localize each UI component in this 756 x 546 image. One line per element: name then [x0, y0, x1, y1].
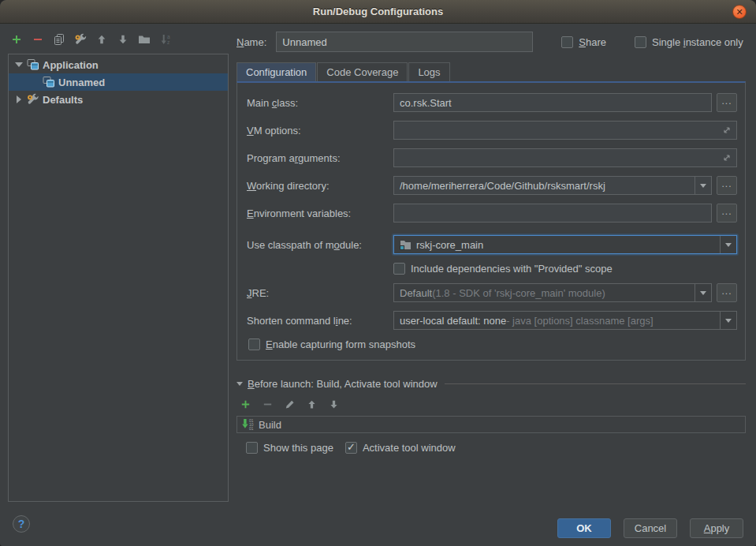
checkbox-icon: [246, 442, 258, 454]
show-this-page-checkbox[interactable]: Show this page: [246, 442, 333, 454]
working-directory-input[interactable]: [400, 180, 689, 192]
before-launch-title: Before launch:: [248, 378, 314, 390]
expand-field-icon[interactable]: [721, 125, 732, 136]
share-checkbox[interactable]: Share: [561, 36, 606, 48]
move-task-up-button[interactable]: [304, 397, 318, 411]
activate-tool-window-checkbox[interactable]: Activate tool window: [345, 442, 456, 454]
copy-configuration-button[interactable]: [52, 32, 66, 47]
use-classpath-label: Use classpath of module:: [247, 239, 393, 251]
vm-options-field[interactable]: [393, 121, 737, 140]
task-label: Build: [259, 419, 281, 431]
chevron-down-icon: [700, 184, 706, 188]
application-icon: [26, 58, 40, 71]
minus-icon: [32, 33, 44, 46]
main-class-input[interactable]: [400, 97, 706, 109]
tab-code-coverage[interactable]: Code Coverage: [317, 62, 408, 81]
chevron-down-icon[interactable]: [13, 62, 24, 67]
tree-item-unnamed[interactable]: Unnamed: [9, 73, 228, 91]
include-dependencies-label: Include dependencies with "Provided" sco…: [411, 263, 613, 275]
ok-button[interactable]: OK: [557, 518, 611, 538]
main-class-field[interactable]: [393, 93, 712, 112]
plus-icon: [240, 398, 251, 410]
svg-text:a: a: [167, 34, 170, 39]
enable-capturing-label: Enable capturing form snapshots: [266, 338, 415, 350]
add-task-button[interactable]: [238, 397, 252, 411]
edit-task-button[interactable]: [282, 397, 296, 411]
cancel-button[interactable]: Cancel: [624, 518, 677, 538]
remove-configuration-button[interactable]: [31, 32, 45, 47]
show-this-page-label: Show this page: [263, 442, 333, 454]
before-launch-summary: Build, Activate tool window: [314, 378, 438, 390]
application-icon: [42, 76, 56, 88]
checkbox-icon: [393, 263, 405, 275]
include-dependencies-checkbox[interactable]: Include dependencies with "Provided" sco…: [393, 263, 613, 275]
working-directory-dropdown[interactable]: [695, 177, 711, 194]
run-debug-configurations-dialog: Run/Debug Configurations ✕: [0, 0, 756, 546]
browse-environment-variables-button[interactable]: ...: [717, 204, 737, 223]
vm-options-input[interactable]: [400, 125, 731, 136]
jre-label: JRE:: [247, 287, 393, 299]
help-button[interactable]: ?: [13, 515, 30, 533]
folder-icon: [138, 33, 151, 46]
svg-text:z: z: [167, 39, 169, 45]
name-label: Name:: [236, 36, 266, 48]
working-directory-label: Working directory:: [247, 180, 393, 192]
expand-field-icon[interactable]: [721, 152, 732, 163]
working-directory-field[interactable]: [393, 176, 712, 195]
titlebar[interactable]: Run/Debug Configurations ✕: [0, 0, 756, 24]
shorten-dropdown[interactable]: [720, 312, 736, 329]
before-launch-toolbar: [238, 394, 746, 414]
name-input[interactable]: [276, 32, 533, 52]
single-instance-checkbox[interactable]: Single instance only: [635, 36, 743, 48]
enable-capturing-checkbox[interactable]: Enable capturing form snapshots: [248, 338, 415, 350]
use-classpath-combobox[interactable]: rskj-core_main: [393, 235, 737, 254]
apply-button[interactable]: Apply: [690, 518, 743, 538]
before-launch-header[interactable]: Before launch: Build, Activate tool wind…: [236, 376, 746, 391]
apply-label: Apply: [704, 522, 730, 534]
chevron-down-icon: [236, 382, 243, 386]
tree-item-label: Unnamed: [58, 77, 105, 88]
shorten-detail: - java [options] classname [args]: [506, 315, 653, 327]
jre-combobox[interactable]: Default (1.8 - SDK of 'rskj-core_main' m…: [393, 283, 712, 302]
sort-configurations-button[interactable]: az: [158, 32, 173, 47]
program-arguments-input[interactable]: [400, 152, 731, 164]
jre-dropdown[interactable]: [695, 284, 711, 301]
move-task-down-button[interactable]: [326, 397, 341, 411]
activate-tool-window-label: Activate tool window: [363, 442, 456, 454]
environment-variables-input[interactable]: [400, 208, 706, 219]
module-icon: [400, 240, 412, 250]
question-mark-icon: ?: [18, 518, 25, 530]
copy-icon: [53, 33, 65, 46]
environment-variables-row: Environment variables: ...: [247, 204, 737, 223]
tree-item-defaults[interactable]: Defaults: [9, 91, 228, 108]
tab-configuration[interactable]: Configuration: [236, 62, 316, 81]
tree-item-label: Application: [43, 59, 99, 71]
before-launch-task-build[interactable]: 01 10 01 Build: [236, 416, 746, 433]
add-configuration-button[interactable]: [9, 32, 24, 47]
main-class-label: Main class:: [247, 97, 393, 109]
tab-logs[interactable]: Logs: [408, 62, 449, 81]
shorten-command-line-label: Shorten command line:: [247, 315, 393, 327]
plus-icon: [10, 33, 23, 46]
browse-main-class-button[interactable]: ...: [717, 93, 737, 112]
use-classpath-dropdown[interactable]: [720, 236, 736, 253]
move-down-button[interactable]: [116, 32, 130, 47]
new-folder-button[interactable]: [137, 32, 151, 47]
edit-defaults-button[interactable]: [73, 32, 88, 47]
remove-task-button[interactable]: [260, 397, 274, 411]
tree-item-application[interactable]: Application: [9, 56, 228, 73]
shorten-command-line-combobox[interactable]: user-local default: none - java [options…: [393, 311, 737, 330]
chevron-right-icon[interactable]: [13, 95, 24, 103]
browse-working-directory-button[interactable]: ...: [717, 176, 737, 195]
dialog-body: az Application Unnamed Defaults: [0, 24, 756, 509]
configuration-editor: Name: Share Single instance only Configu…: [229, 24, 756, 509]
enable-capturing-row: Enable capturing form snapshots: [248, 338, 737, 350]
browse-jre-button[interactable]: ...: [717, 283, 737, 302]
close-button[interactable]: ✕: [732, 5, 747, 19]
configuration-tab-panel: Main class: ... VM options:: [236, 81, 746, 361]
single-instance-label: Single instance only: [652, 36, 743, 48]
program-arguments-field[interactable]: [393, 148, 737, 167]
environment-variables-field[interactable]: [393, 204, 712, 223]
checkbox-checked-icon: [345, 442, 357, 454]
move-up-button[interactable]: [95, 32, 109, 47]
